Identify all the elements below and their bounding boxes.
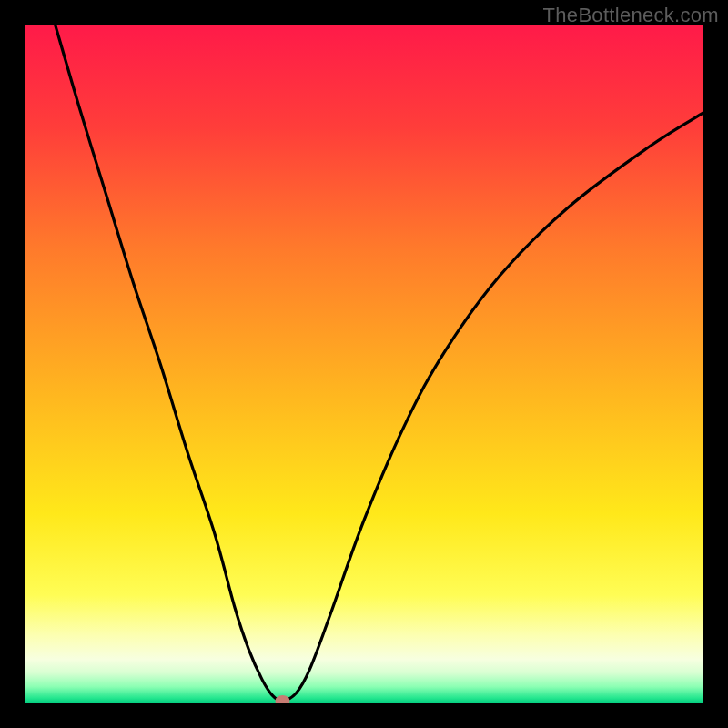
bottleneck-chart — [25, 25, 703, 703]
chart-frame: TheBottleneck.com — [0, 0, 728, 728]
plot-background — [25, 25, 703, 703]
site-watermark: TheBottleneck.com — [543, 4, 719, 27]
